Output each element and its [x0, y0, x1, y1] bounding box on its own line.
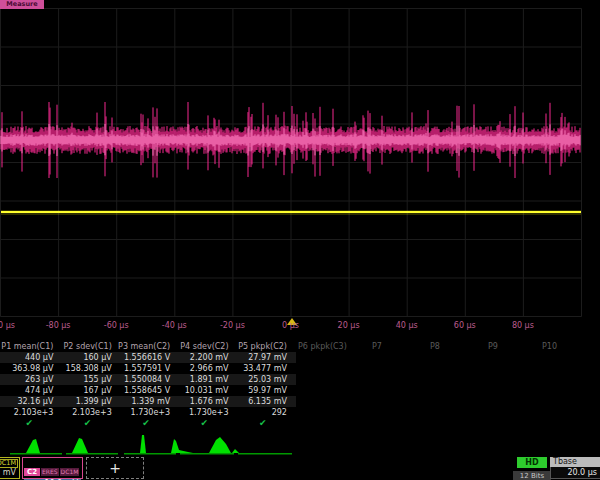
status-check: ✔: [0, 418, 58, 429]
parameter-header-inactive[interactable]: P7: [372, 341, 382, 352]
table-row: 2.103e+32.103e+31.730e+31.730e+3292: [0, 407, 296, 418]
table-cell: 59.97 mV: [234, 385, 292, 396]
hd-mode-badge[interactable]: HD: [517, 457, 547, 468]
table-cell: 1.399 µV: [58, 396, 116, 407]
timebase-title: Tbase: [550, 457, 600, 467]
table-cell: 155 µV: [58, 374, 116, 385]
c2-coupling-badge: DC1M: [60, 468, 80, 476]
table-cell: 1.730e+3: [117, 407, 175, 418]
table-cell: 2.103e+3: [0, 407, 58, 418]
status-check: ✔: [175, 418, 233, 429]
table-cell: 363.98 µV: [0, 363, 58, 374]
parameter-header[interactable]: P1 mean(C1): [0, 341, 58, 352]
c2-eres-badge: ERES: [41, 468, 59, 476]
oscilloscope-screen: Measure -100 µs-80 µs-60 µs-40 µs-20 µs0…: [0, 0, 600, 480]
table-cell: 1.891 mV: [175, 374, 233, 385]
table-cell: 1.556616 V: [117, 352, 175, 363]
parameter-header[interactable]: P5 pkpk(C2): [234, 341, 292, 352]
table-row: 440 µV160 µV1.556616 V2.200 mV27.97 mV: [0, 352, 296, 363]
table-cell: 10.031 mV: [175, 385, 233, 396]
c1-scale-value: 10.0 mV: [0, 468, 18, 478]
parameter-header-inactive[interactable]: P10: [542, 341, 557, 352]
table-cell: 1.676 mV: [175, 396, 233, 407]
timebase-value: 20.0 µs: [550, 467, 600, 479]
table-cell: 1.730e+3: [175, 407, 233, 418]
table-cell: 2.200 mV: [175, 352, 233, 363]
time-axis-label: 80 µs: [495, 321, 551, 330]
table-cell: 158.308 µV: [58, 363, 116, 374]
parameter-header[interactable]: P4 sdev(C2): [175, 341, 233, 352]
time-axis-label: 60 µs: [437, 321, 493, 330]
status-check: ✔: [58, 418, 116, 429]
table-cell: 440 µV: [0, 352, 58, 363]
status-check: ✔: [117, 418, 175, 429]
status-check: ✔: [234, 418, 292, 429]
table-cell: 32.16 µV: [0, 396, 58, 407]
parameter-header-inactive[interactable]: P9: [488, 341, 498, 352]
top-left-tag[interactable]: Measure: [0, 0, 44, 9]
c2-label: C2: [24, 468, 40, 476]
table-cell: 160 µV: [58, 352, 116, 363]
table-row: 263 µV155 µV1.550084 V1.891 mV25.03 mV: [0, 374, 296, 385]
channel-descriptor-c1[interactable]: DC1M 10.0 mV: [0, 457, 20, 479]
table-cell: 1.558645 V: [117, 385, 175, 396]
time-axis-label: -100 µs: [0, 321, 28, 330]
time-axis-label: -60 µs: [88, 321, 144, 330]
hd-bits-label: 12 Bits: [513, 471, 551, 480]
table-row: 32.16 µV1.399 µV1.339 mV1.676 mV6.135 mV: [0, 396, 296, 407]
table-cell: 1.557591 V: [117, 363, 175, 374]
table-row: P1 mean(C1)P2 sdev(C1)P3 mean(C2)P4 sdev…: [0, 341, 296, 352]
waveform-display[interactable]: [0, 0, 600, 336]
table-cell: 2.966 mV: [175, 363, 233, 374]
channel-descriptor-c2[interactable]: C2ERESDC1M 10.0 mV: [22, 457, 83, 479]
table-cell: 167 µV: [58, 385, 116, 396]
table-cell: 263 µV: [0, 374, 58, 385]
time-axis-label: 0 µs: [263, 321, 319, 330]
time-axis-label: -40 µs: [146, 321, 202, 330]
parameter-header[interactable]: P2 sdev(C1): [58, 341, 116, 352]
parameter-header-inactive[interactable]: P6 pkpk(C3): [298, 341, 347, 352]
c1-coupling-badge: DC1M: [0, 459, 18, 468]
measurement-table: P1 mean(C1)P2 sdev(C1)P3 mean(C2)P4 sdev…: [0, 341, 296, 429]
table-cell: 1.339 mV: [117, 396, 175, 407]
time-axis-label: -80 µs: [30, 321, 86, 330]
table-cell: 25.03 mV: [234, 374, 292, 385]
table-cell: 6.135 mV: [234, 396, 292, 407]
table-row: ✔✔✔✔✔: [0, 418, 296, 429]
time-axis-label: 20 µs: [321, 321, 377, 330]
table-row: 363.98 µV158.308 µV1.557591 V2.966 mV33.…: [0, 363, 296, 374]
histicon-baselines: [10, 453, 292, 455]
add-trace-button[interactable]: +: [86, 457, 144, 479]
parameter-header-inactive[interactable]: P8: [430, 341, 440, 352]
time-axis-label: -20 µs: [204, 321, 260, 330]
table-row: 474 µV167 µV1.558645 V10.031 mV59.97 mV: [0, 385, 296, 396]
table-cell: 474 µV: [0, 385, 58, 396]
timebase-descriptor[interactable]: Tbase 20.0 µs: [550, 457, 600, 480]
histicon-shapes: [26, 435, 239, 453]
table-cell: 2.103e+3: [58, 407, 116, 418]
graticule: [1, 9, 582, 317]
table-cell: 27.97 mV: [234, 352, 292, 363]
parameter-header[interactable]: P3 mean(C2): [117, 341, 175, 352]
measurement-histicons[interactable]: [0, 432, 300, 458]
time-axis-label: 40 µs: [379, 321, 435, 330]
table-cell: 1.550084 V: [117, 374, 175, 385]
table-cell: 292: [234, 407, 292, 418]
table-cell: 33.477 mV: [234, 363, 292, 374]
